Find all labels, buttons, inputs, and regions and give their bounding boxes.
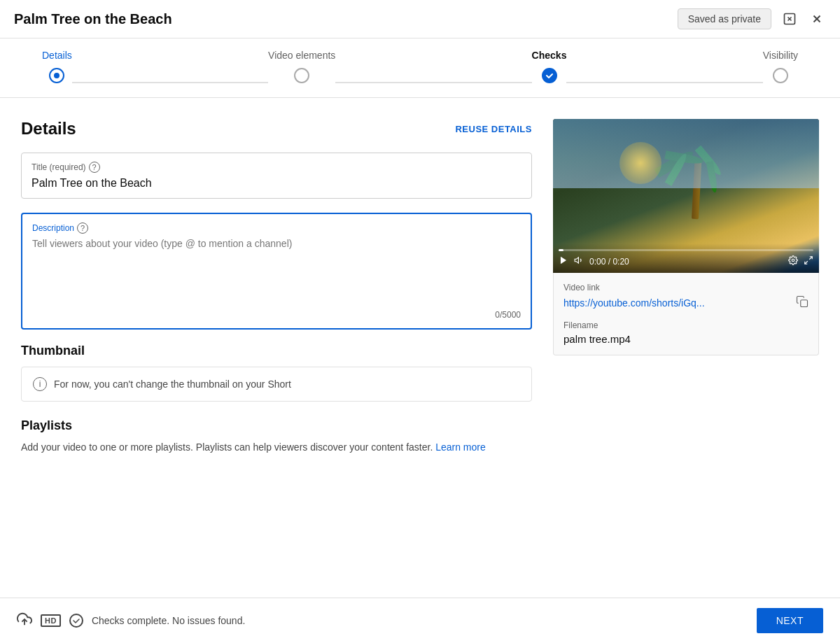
svg-point-7 — [792, 259, 794, 262]
step-video-elements[interactable]: Video elements — [268, 50, 335, 83]
description-field[interactable]: Description ? 0/5000 — [21, 213, 532, 330]
main-content: Details REUSE DETAILS Title (required) ?… — [0, 98, 840, 469]
video-url[interactable]: https://youtube.com/shorts/iGq... — [564, 297, 705, 309]
time-display: 0:00 / 0:20 — [589, 257, 783, 267]
title-field[interactable]: Title (required) ? Palm Tree on the Beac… — [21, 153, 532, 199]
svg-line-8 — [809, 257, 812, 260]
playlists-description: Add your video to one or more playlists.… — [21, 440, 532, 455]
thumbnail-section: Thumbnail i For now, you can't change th… — [21, 344, 532, 402]
svg-marker-6 — [575, 257, 578, 263]
title-help-icon[interactable]: ? — [89, 162, 100, 173]
video-preview: 0:00 / 0:20 — [553, 119, 819, 273]
progress-fill — [559, 249, 564, 251]
description-input[interactable] — [32, 238, 521, 305]
step-details-label: Details — [42, 50, 72, 61]
step-checks-label: Checks — [532, 50, 567, 61]
saved-badge: Saved as private — [678, 8, 771, 29]
header: Palm Tree on the Beach Saved as private — [0, 0, 840, 38]
settings-button[interactable] — [788, 255, 798, 267]
page-title: Palm Tree on the Beach — [14, 11, 172, 27]
step-checks[interactable]: Checks — [532, 50, 567, 83]
controls-row: 0:00 / 0:20 — [559, 255, 813, 267]
step-visibility-label: Visibility — [763, 50, 798, 61]
title-field-value: Palm Tree on the Beach — [31, 177, 522, 190]
step-line-1 — [72, 82, 268, 83]
step-line-3 — [566, 82, 762, 83]
title-field-label: Title (required) ? — [31, 162, 522, 173]
details-section-title: Details — [21, 119, 76, 139]
step-video-elements-label: Video elements — [268, 50, 335, 61]
right-panel: 0:00 / 0:20 — [553, 119, 819, 469]
play-button[interactable] — [559, 255, 568, 267]
step-visibility-dot — [773, 68, 788, 83]
left-panel: Details REUSE DETAILS Title (required) ?… — [21, 119, 532, 469]
playlists-section: Playlists Add your video to one or more … — [21, 418, 532, 455]
copy-link-button[interactable] — [796, 295, 808, 311]
progress-bar[interactable] — [559, 249, 813, 251]
volume-button[interactable] — [574, 255, 584, 267]
thumbnail-notice: i For now, you can't change the thumbnai… — [21, 367, 532, 402]
video-link-label: Video link — [564, 283, 808, 292]
video-link-row: https://youtube.com/shorts/iGq... — [564, 295, 808, 311]
description-help-icon[interactable]: ? — [77, 222, 88, 234]
thumbnail-title: Thumbnail — [21, 344, 532, 358]
step-checks-dot — [542, 68, 557, 83]
fullscreen-button[interactable] — [804, 255, 813, 267]
header-actions: Saved as private — [678, 8, 826, 29]
flag-button[interactable] — [780, 9, 799, 29]
video-info-panel: Video link https://youtube.com/shorts/iG… — [553, 273, 819, 355]
filename-label: Filename — [564, 320, 808, 330]
step-visibility[interactable]: Visibility — [763, 50, 798, 83]
svg-rect-10 — [801, 300, 808, 307]
thumbnail-notice-text: For now, you can't change the thumbnail … — [54, 379, 291, 390]
section-header: Details REUSE DETAILS — [21, 119, 532, 139]
step-details-dot — [49, 68, 64, 83]
info-icon: i — [33, 377, 47, 391]
svg-marker-5 — [561, 257, 566, 264]
description-char-count: 0/5000 — [32, 310, 521, 320]
learn-more-link[interactable]: Learn more — [435, 441, 486, 453]
video-controls: 0:00 / 0:20 — [553, 243, 819, 273]
filename-value: palm tree.mp4 — [564, 333, 808, 345]
step-line-2 — [335, 82, 531, 83]
description-label: Description ? — [32, 222, 521, 234]
playlists-title: Playlists — [21, 418, 532, 433]
stepper: Details Video elements Checks Visibility — [0, 38, 840, 98]
close-button[interactable] — [808, 10, 826, 28]
svg-line-9 — [805, 261, 808, 264]
step-details[interactable]: Details — [42, 50, 72, 83]
step-video-elements-dot — [294, 68, 309, 83]
reuse-details-button[interactable]: REUSE DETAILS — [455, 124, 532, 134]
